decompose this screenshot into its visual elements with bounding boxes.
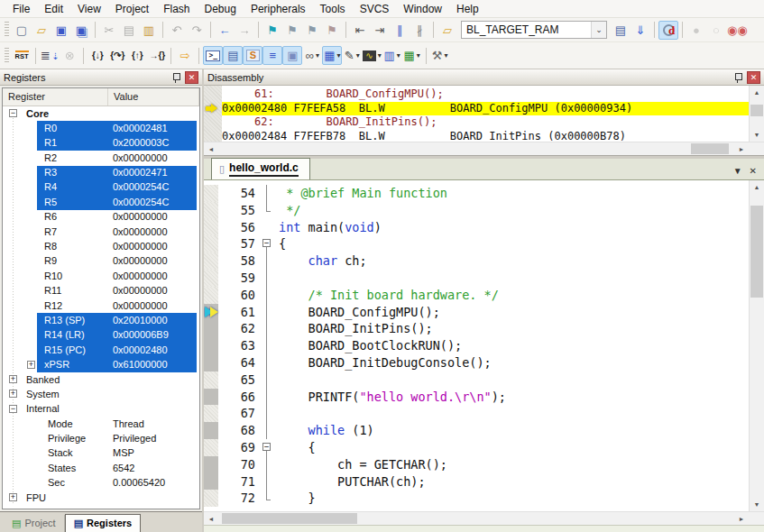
- close-icon[interactable]: ✕: [747, 71, 760, 84]
- code-line-60[interactable]: 60 /* Init board hardware. */: [204, 287, 749, 304]
- reset-button[interactable]: RST: [12, 46, 32, 65]
- scroll-up-icon[interactable]: ▲: [750, 180, 764, 194]
- toolbar-grip[interactable]: [5, 48, 9, 64]
- menu-file[interactable]: File: [5, 1, 37, 17]
- editor-hscrollbar[interactable]: ◄ ►: [204, 511, 764, 525]
- trace-window-dropdown[interactable]: ▥▾: [382, 46, 402, 65]
- chevron-down-icon[interactable]: ⌄: [591, 22, 606, 38]
- scroll-left-icon[interactable]: ◄: [204, 142, 218, 155]
- close-editor-icon[interactable]: ✕: [750, 166, 757, 176]
- scroll-thumb[interactable]: [750, 105, 763, 116]
- expand-icon[interactable]: +: [9, 493, 17, 501]
- disassembly-line[interactable]: 0x00002484 F7FEFB78 BL.W BOARD_InitPins …: [222, 130, 749, 142]
- editor-vscrollbar[interactable]: ▲ ▼: [749, 180, 764, 511]
- code-line-67[interactable]: 67: [204, 405, 749, 422]
- register-row-r9[interactable]: R90x00000000: [3, 254, 199, 269]
- code-line-54[interactable]: 54 * @brief Main function: [204, 185, 749, 202]
- scroll-up-icon[interactable]: ▲: [750, 86, 764, 99]
- save-all-icon[interactable]: ▣: [71, 21, 91, 40]
- register-row-core[interactable]: −Core: [3, 106, 199, 121]
- target-select[interactable]: BL_TARGET_RAM⌄: [461, 21, 607, 39]
- bookmark-toggle-icon[interactable]: ⚑: [262, 21, 282, 40]
- code-line-65[interactable]: 65: [204, 371, 749, 389]
- tab-list-dropdown-icon[interactable]: ▼: [733, 166, 742, 176]
- pin-icon[interactable]: [171, 71, 180, 83]
- code-line-55[interactable]: 55 */: [204, 202, 749, 219]
- fold-margin[interactable]: −: [262, 235, 273, 252]
- run-button[interactable]: ≣: [40, 46, 60, 65]
- serial-window-dropdown[interactable]: ✎▾: [342, 46, 362, 65]
- scroll-thumb[interactable]: [691, 143, 729, 154]
- step-over-button[interactable]: {↷}: [107, 46, 127, 65]
- stop-button[interactable]: ⊗: [60, 46, 79, 65]
- scroll-right-icon[interactable]: ►: [734, 512, 749, 525]
- menu-peripherals[interactable]: Peripherals: [244, 1, 313, 17]
- comment-icon[interactable]: ∥: [390, 21, 410, 40]
- menu-tools[interactable]: Tools: [313, 1, 353, 17]
- collapse-icon[interactable]: −: [9, 405, 17, 413]
- new-file-icon[interactable]: ▢: [12, 21, 32, 40]
- paste-icon[interactable]: ▥: [139, 21, 159, 40]
- register-row-r12[interactable]: R120x00000000: [3, 298, 199, 313]
- watch-window-dropdown[interactable]: ∞▾: [302, 46, 322, 65]
- menu-project[interactable]: Project: [108, 1, 156, 17]
- menu-debug[interactable]: Debug: [198, 1, 244, 17]
- copy-icon[interactable]: ▤: [119, 21, 139, 40]
- scroll-thumb[interactable]: [222, 513, 357, 524]
- bookmark-prev-icon[interactable]: ⚑: [282, 21, 302, 40]
- debug-session-button[interactable]: d: [658, 21, 678, 40]
- register-row-r0[interactable]: R00x00002481: [3, 121, 199, 135]
- code-line-62[interactable]: 62 BOARD_InitPins();: [204, 320, 749, 337]
- symbol-window-toggle[interactable]: S: [243, 46, 262, 65]
- code-line-63[interactable]: 63 BOARD_BootClockRUN();: [204, 337, 749, 354]
- disassembly-line[interactable]: 61: BOARD_ConfigMPU();: [222, 87, 749, 102]
- column-register[interactable]: Register: [3, 88, 108, 105]
- breakpoint-enable-icon[interactable]: ○: [706, 21, 726, 40]
- menu-help[interactable]: Help: [449, 1, 486, 17]
- indent-icon[interactable]: ⇥: [370, 21, 390, 40]
- cut-icon[interactable]: ✂: [99, 21, 119, 40]
- disassembly-line[interactable]: 0x00002480 F7FEFA58 BL.W BOARD_ConfigMPU…: [222, 102, 749, 116]
- close-icon[interactable]: ✕: [185, 71, 198, 84]
- register-row-r6[interactable]: R60x00000000: [3, 210, 199, 225]
- fold-margin[interactable]: −: [262, 439, 273, 456]
- code-line-58[interactable]: 58 char ch;: [204, 252, 749, 270]
- registers-window-toggle[interactable]: ≡: [262, 46, 282, 65]
- system-viewer-dropdown[interactable]: ▦▾: [402, 46, 422, 65]
- code-line-72[interactable]: 72 }: [204, 490, 749, 507]
- expand-icon[interactable]: +: [9, 375, 17, 383]
- register-row-r8[interactable]: R80x00000000: [3, 240, 199, 254]
- analysis-window-dropdown[interactable]: ∿▾: [362, 46, 382, 65]
- navigate-back-icon[interactable]: ←: [215, 21, 235, 40]
- memory-window-dropdown[interactable]: ▦▾: [322, 46, 342, 65]
- register-row-r7[interactable]: R70x00000000: [3, 225, 199, 239]
- command-window-toggle[interactable]: >_: [203, 46, 223, 65]
- code-line-59[interactable]: 59: [204, 270, 749, 287]
- menu-flash[interactable]: Flash: [156, 1, 197, 17]
- register-row-r14-lr[interactable]: R14 (LR)0x000006B9: [3, 328, 199, 343]
- menu-view[interactable]: View: [70, 1, 108, 17]
- code-line-64[interactable]: 64 BOARD_InitDebugConsole();: [204, 354, 749, 371]
- navigate-forward-icon[interactable]: →: [235, 21, 254, 40]
- disassembly-gutter[interactable]: [204, 86, 222, 142]
- code-line-57[interactable]: 57−{: [204, 235, 749, 252]
- register-row-r2[interactable]: R20x00000000: [3, 151, 199, 165]
- tab-registers[interactable]: ▤Registers: [65, 514, 142, 532]
- code-line-61[interactable]: 61 BOARD_ConfigMPU();: [204, 304, 749, 321]
- show-current-statement-button[interactable]: ⇨: [175, 46, 195, 65]
- code-line-69[interactable]: 69− {: [204, 439, 749, 456]
- collapse-icon[interactable]: −: [9, 109, 17, 117]
- register-row-xpsr[interactable]: +xPSR0x61000000: [3, 358, 199, 372]
- scroll-thumb[interactable]: [750, 206, 763, 297]
- undo-icon[interactable]: ↶: [167, 21, 187, 40]
- open-folder-icon[interactable]: ▱: [32, 21, 51, 40]
- menu-edit[interactable]: Edit: [37, 1, 70, 17]
- register-row-r15-pc[interactable]: R15 (PC)0x00002480: [3, 343, 199, 357]
- code-line-66[interactable]: 66 PRINTF("hello world.\r\n");: [204, 389, 749, 406]
- code-line-70[interactable]: 70 ch = GETCHAR();: [204, 456, 749, 473]
- disassembly-hscrollbar[interactable]: ◄ ►: [204, 142, 764, 155]
- expand-icon[interactable]: +: [27, 361, 35, 369]
- tab-hello-world-c[interactable]: ▯ hello_world.c: [211, 158, 310, 179]
- uncomment-icon[interactable]: ∦: [410, 21, 429, 40]
- unindent-icon[interactable]: ⇤: [350, 21, 370, 40]
